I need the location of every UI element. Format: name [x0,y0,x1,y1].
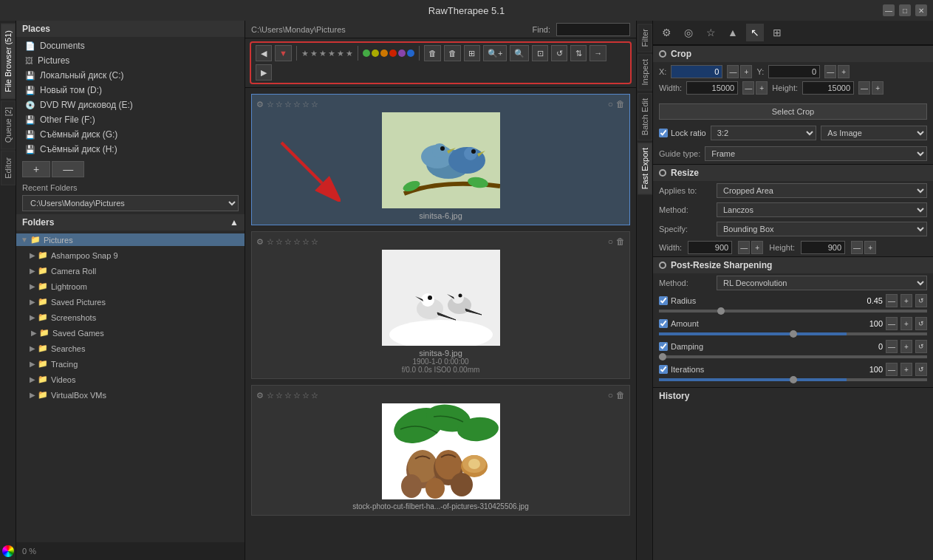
editor-icon-circle[interactable]: ◎ [680,24,697,41]
editor-icon-triangle[interactable]: ▲ [724,24,742,41]
h-inc-button[interactable]: + [872,81,884,95]
s5[interactable]: ☆ [302,391,310,400]
star-2[interactable]: ★ [310,49,318,58]
thumb-3-delete-icon[interactable]: 🗑 [616,390,625,400]
place-drive-g[interactable]: 💾 Съёмный диск (G:) [16,127,245,142]
radius-inc-button[interactable]: + [900,294,912,307]
specify-select[interactable]: Bounding Box [717,222,927,236]
maximize-button[interactable]: □ [899,4,911,16]
s4[interactable]: ☆ [293,391,301,400]
damping-checkbox[interactable] [659,342,668,351]
filter-tab[interactable]: Filter [638,24,652,52]
minimize-button[interactable]: — [883,4,895,16]
resize-width-input[interactable] [688,241,732,254]
damping-slider[interactable] [659,355,927,358]
folders-collapse-icon[interactable]: ▲ [230,217,239,228]
rh-dec-button[interactable]: — [851,241,863,254]
thumbnail-3[interactable]: ⚙ ☆ ☆ ☆ ☆ ☆ ☆ ○ 🗑 [251,385,630,516]
resize-height-input[interactable] [801,241,845,254]
zoom-fit-button[interactable]: ⊡ [532,45,548,61]
fast-export-tab[interactable]: Fast Export [638,143,652,194]
star-5[interactable]: ★ [337,49,344,58]
batch-edit-tab[interactable]: Batch Edit [638,93,652,140]
s6[interactable]: ☆ [311,237,318,247]
nav-forward-button[interactable]: ▶ [256,64,272,81]
rh-inc-button[interactable]: + [864,241,876,254]
s2[interactable]: ☆ [276,391,283,400]
rw-inc-button[interactable]: + [751,241,763,254]
editor-icon-grid[interactable]: ⊞ [768,24,786,41]
place-drive-e[interactable]: 💿 DVD RW дисковод (E:) [16,98,245,112]
tree-item-screenshots[interactable]: ▶ 📁 Screenshots [16,310,245,325]
remove-place-button[interactable]: — [52,161,84,177]
s1[interactable]: ☆ [267,391,274,400]
rotate-ccw-button[interactable]: ↺ [551,45,567,61]
send-button[interactable]: → [589,45,606,61]
radius-dec-button[interactable]: — [886,294,898,307]
s2[interactable]: ☆ [276,237,283,247]
damping-inc-button[interactable]: + [900,340,912,353]
add-place-button[interactable]: + [22,161,50,177]
place-drive-f[interactable]: 💾 Other File (F:) [16,112,245,127]
method-select[interactable]: Lanczos [717,202,927,217]
s5[interactable]: ☆ [302,237,310,247]
sharpening-method-select[interactable]: RL Deconvolution [717,276,927,290]
post-resize-section-header[interactable]: Post-Resize Sharpening [653,256,933,273]
s4[interactable]: ☆ [293,100,301,109]
y-dec-button[interactable]: — [824,65,836,78]
inspect-tab[interactable]: Inspect [638,54,652,90]
lock-ratio-label[interactable]: Lock ratio [659,129,706,137]
as-image-select[interactable]: As Image [821,126,927,140]
y-inc-button[interactable]: + [838,65,850,78]
delete-raw-button[interactable]: 🗑 [444,45,461,61]
crop-section-header[interactable]: Crop [653,45,933,62]
thumbnail-2[interactable]: ⚙ ☆ ☆ ☆ ☆ ☆ ☆ ○ 🗑 [251,231,630,379]
s5[interactable]: ☆ [302,100,310,109]
nav-back-button[interactable]: ◀ [256,45,272,61]
tree-item-pictures[interactable]: ▼ 📁 Pictures [16,232,245,247]
file-browser-tab[interactable]: File Browser (51) [1,24,16,99]
delete-button[interactable]: 🗑 [424,45,441,61]
amount-checkbox[interactable] [659,319,668,328]
editor-tab[interactable]: Editor [1,151,16,185]
damping-dec-button[interactable]: — [886,340,898,353]
s3[interactable]: ☆ [284,100,292,109]
tree-item-searches[interactable]: ▶ 📁 Searches [16,341,245,356]
lock-ratio-checkbox[interactable] [659,129,668,137]
iterations-inc-button[interactable]: + [900,363,912,376]
editor-icon-gear[interactable]: ⚙ [657,24,675,41]
place-drive-c[interactable]: 💾 Локальный диск (C:) [16,68,245,83]
zoom-out-button[interactable]: 🔍 [510,45,529,61]
h-dec-button[interactable]: — [858,81,870,95]
place-pictures[interactable]: 🖼 Pictures [16,53,245,68]
star-3[interactable]: ★ [319,49,327,58]
star-6[interactable]: ★ [346,49,353,58]
applies-to-select[interactable]: Cropped Area [717,183,927,198]
iterations-reset-button[interactable]: ↺ [915,363,927,376]
editor-icon-cursor[interactable]: ↖ [746,24,764,41]
color-dot-red[interactable] [389,49,397,57]
color-dot-blue[interactable] [407,49,414,57]
x-inc-button[interactable]: + [740,65,752,78]
radius-checkbox[interactable] [659,296,668,305]
rw-dec-button[interactable]: — [738,241,750,254]
place-drive-h[interactable]: 💾 Съёмный диск (H:) [16,142,245,157]
tree-item-ashampoo[interactable]: ▶ 📁 Ashampoo Snap 9 [16,247,245,263]
color-dot-green[interactable] [363,49,370,57]
crop-x-input[interactable] [671,65,722,78]
tree-item-tracing[interactable]: ▶ 📁 Tracing [16,356,245,372]
color-dot-purple[interactable] [398,49,406,57]
crop-width-input[interactable] [686,81,738,95]
radius-reset-button[interactable]: ↺ [915,294,927,307]
s1[interactable]: ☆ [267,100,274,109]
crop-height-input[interactable] [802,81,854,95]
s6[interactable]: ☆ [311,100,318,109]
queue-tab[interactable]: Queue [2] [1,100,16,149]
s6[interactable]: ☆ [311,391,318,400]
close-button[interactable]: ✕ [915,4,927,16]
tree-item-virtualbox[interactable]: ▶ 📁 VirtualBox VMs [16,387,245,403]
tree-item-saved-pictures[interactable]: ▶ 📁 Saved Pictures [16,294,245,310]
crop-y-input[interactable] [768,65,820,78]
editor-icon-star[interactable]: ☆ [702,24,720,41]
amount-reset-button[interactable]: ↺ [915,317,927,330]
